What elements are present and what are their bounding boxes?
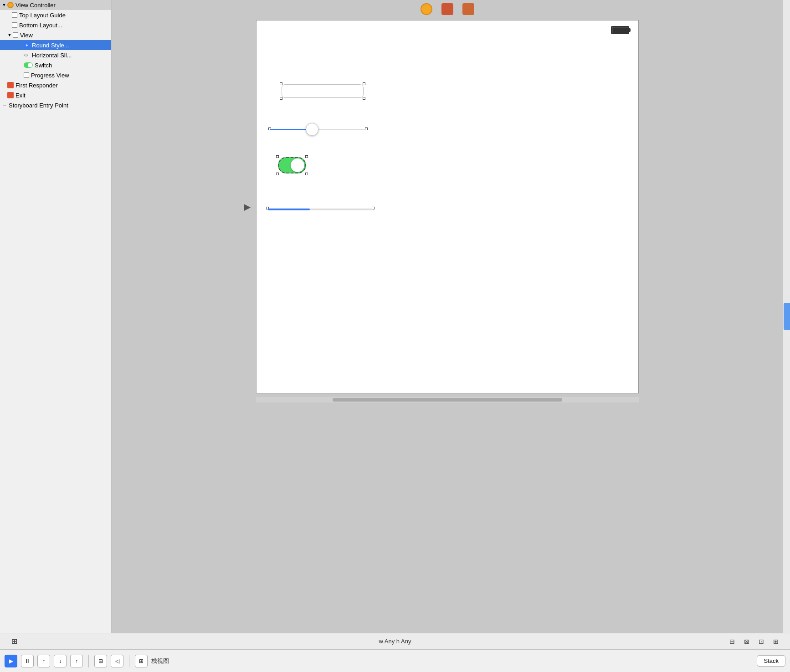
sidebar-label-exit: Exit (15, 92, 26, 99)
switch-handle-bl (276, 173, 279, 175)
storyboard-entry-arrow: ▶ (244, 201, 251, 212)
round-style-icon: F (24, 42, 30, 48)
slider-track-container[interactable] (270, 123, 366, 136)
canvas-toolbar (112, 0, 783, 18)
slider-container (270, 123, 366, 136)
vc-frame: ▶ (256, 20, 639, 393)
sidebar-label-first-responder: First Responder (15, 82, 57, 89)
sidebar-label-view: View (20, 32, 33, 39)
sidebar-label-storyboard-entry: Storyboard Entry Point (9, 102, 68, 109)
battery-icon (611, 26, 629, 34)
vc-toolbar-exit[interactable] (462, 3, 474, 15)
canvas-scrollbar (256, 397, 639, 402)
battery-fill (612, 27, 628, 33)
sidebar-item-horizontal-slider[interactable]: Horizontal Sli... (0, 50, 111, 60)
toolbar-btn-step-out[interactable]: ↑ (70, 655, 83, 667)
bottom-toolbar: ▶ ⏸ ↑ ↓ ↑ ⊟ ◁ ⊞ 栈视图 Stack (0, 649, 790, 672)
round-style-textfield[interactable] (282, 84, 364, 98)
sidebar-item-bottom-layout[interactable]: Bottom Layout... (0, 20, 111, 30)
switch-handle-tr (305, 155, 308, 158)
status-bar-right: ⊟ ⊠ ⊡ ⊞ (727, 636, 781, 647)
toolbar-btn-step-back[interactable]: ↑ (37, 655, 50, 667)
switch-handle-tl (276, 155, 279, 158)
slider-thumb (306, 123, 318, 136)
first-responder-icon (7, 82, 14, 88)
sidebar-item-exit[interactable]: Exit (0, 90, 111, 100)
toolbar-btn-grid[interactable]: ⊞ (135, 655, 148, 667)
sidebar-label-top-layout: Top Layout Guide (19, 12, 66, 19)
sidebar-item-switch[interactable]: Switch (0, 60, 111, 70)
right-panel (783, 0, 790, 633)
toolbar-btn-active[interactable]: ▶ (5, 655, 17, 667)
handle-br (363, 97, 365, 100)
textfield-container (282, 84, 364, 98)
toolbar-divider2 (129, 655, 129, 667)
handle-tl (280, 82, 282, 85)
toolbar-btn-navigate[interactable]: ◁ (111, 655, 123, 667)
sidebar-item-round-style[interactable]: F Round Style... (0, 40, 111, 50)
progress-track[interactable] (268, 209, 373, 210)
sidebar-label-horizontal-slider: Horizontal Sli... (32, 52, 72, 59)
sidebar-label-vc: View Controller (15, 2, 56, 9)
entry-arrow-icon: → (2, 102, 7, 108)
sidebar-item-view-controller[interactable]: View Controller (0, 0, 111, 10)
view-icon (13, 32, 18, 38)
top-layout-icon (12, 12, 17, 18)
slider-icon (24, 53, 30, 57)
handle-bl (280, 97, 282, 100)
status-bar: ⊞ w Any h Any ⊟ ⊠ ⊡ ⊞ (0, 633, 790, 649)
vc-icon (7, 2, 14, 8)
size-label: w Any h Any (379, 638, 411, 645)
progress-container (268, 209, 373, 210)
switch-control[interactable] (278, 157, 306, 173)
vc-toolbar-box[interactable] (441, 3, 453, 15)
switch-handle-br (305, 173, 308, 175)
exit-icon (7, 92, 14, 98)
sidebar-item-top-layout[interactable]: Top Layout Guide (0, 10, 111, 20)
scroll-thumb[interactable] (333, 398, 562, 402)
expand-triangle-vc[interactable] (2, 3, 6, 7)
status-bar-left: ⊞ (9, 636, 19, 647)
toolbar-japanese-label: 栈视图 (151, 657, 169, 665)
toolbar-btn-layout[interactable]: ⊟ (94, 655, 107, 667)
toolbar-btn-step-into[interactable]: ↓ (54, 655, 67, 667)
sidebar-label-round-style: Round Style... (32, 42, 69, 49)
sidebar: View Controller Top Layout Guide Bottom … (0, 0, 112, 633)
progress-view-icon (24, 72, 29, 78)
main-area: View Controller Top Layout Guide Bottom … (0, 0, 790, 633)
switch-thumb (291, 158, 304, 172)
sidebar-item-progress-view[interactable]: Progress View (0, 70, 111, 80)
right-panel-handle[interactable] (784, 303, 790, 330)
sidebar-label-progress-view: Progress View (31, 72, 69, 79)
expand-triangle-view[interactable] (7, 33, 12, 37)
align-icon4[interactable]: ⊞ (771, 636, 781, 647)
sidebar-label-switch: Switch (35, 62, 52, 69)
toolbar-btn-pause[interactable]: ⏸ (21, 655, 34, 667)
switch-icon (24, 62, 33, 68)
vc-toolbar-circle[interactable] (421, 3, 432, 15)
switch-container (278, 157, 306, 173)
align-icon2[interactable]: ⊠ (742, 636, 752, 647)
handle-tr (363, 82, 365, 85)
align-icon3[interactable]: ⊡ (756, 636, 766, 647)
progress-fill (268, 209, 310, 210)
bottom-layout-icon (12, 22, 17, 28)
sidebar-item-first-responder[interactable]: First Responder (0, 80, 111, 90)
align-icon1[interactable]: ⊟ (727, 636, 737, 647)
scroll-track[interactable] (256, 397, 639, 402)
sidebar-item-storyboard-entry[interactable]: → Storyboard Entry Point (0, 100, 111, 110)
stack-button[interactable]: Stack (757, 655, 785, 667)
toolbar-divider (88, 655, 89, 667)
sidebar-label-bottom-layout: Bottom Layout... (19, 22, 62, 29)
layout-icon[interactable]: ⊞ (9, 636, 19, 647)
sidebar-item-view[interactable]: View (0, 30, 111, 40)
canvas-area: ▶ (112, 0, 783, 633)
